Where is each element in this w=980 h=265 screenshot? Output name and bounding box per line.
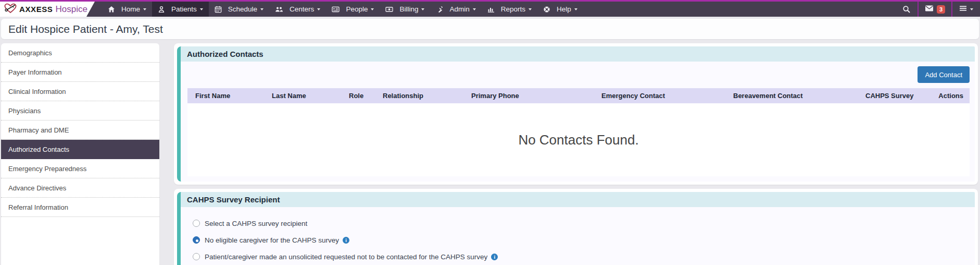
chevron-down-icon xyxy=(529,8,532,10)
section-title: CAHPS Survey Recipient xyxy=(187,195,280,204)
nav-item-patients[interactable]: Patients xyxy=(152,2,209,17)
nav-item-reports[interactable]: Reports xyxy=(482,2,537,17)
nav-item-schedule[interactable]: Schedule xyxy=(209,2,269,17)
radio-selected[interactable] xyxy=(193,236,200,244)
cahps-survey-card: CAHPS Survey Recipient Select a CAHPS su… xyxy=(174,189,978,265)
nav-item-home[interactable]: Home xyxy=(102,2,152,17)
wrench-icon xyxy=(436,6,446,13)
chevron-down-icon xyxy=(574,8,577,10)
radio-unselected[interactable] xyxy=(193,253,200,260)
chevron-down-icon xyxy=(260,8,263,10)
sidebar-item-label: Physicians xyxy=(8,107,41,115)
topbar-right-icons: 3 xyxy=(896,2,980,17)
cahps-option-patient-caregiver-made-an-unsolicited-re[interactable]: Patient/caregiver made an unsolicited re… xyxy=(193,248,970,265)
sidebar-item-label: Demographics xyxy=(8,49,52,57)
patient-chart-sidebar: DemographicsPayer InformationClinical In… xyxy=(1,43,159,265)
radio-option-label: No eligible caregiver for the CAHPS surv… xyxy=(205,236,339,244)
nav-item-admin[interactable]: Admin xyxy=(430,2,481,17)
messages-button[interactable]: 3 xyxy=(918,2,952,17)
column-header-primary-phone: Primary Phone xyxy=(463,92,594,100)
top-nav-bar: AXXESS Hospice HomePatientsScheduleCente… xyxy=(0,0,980,17)
list-menu-icon xyxy=(959,5,967,14)
sidebar-item-demographics[interactable]: Demographics xyxy=(1,43,159,63)
search-icon[interactable] xyxy=(896,2,918,17)
contacts-table-header: First NameLast NameRoleRelationshipPrima… xyxy=(187,88,970,103)
centers-icon xyxy=(275,6,286,13)
empty-table-message: No Contacts Found. xyxy=(518,132,638,148)
contacts-table-body: No Contacts Found. xyxy=(187,103,970,176)
brand-name-light: Hospice xyxy=(55,4,87,15)
calendar-icon xyxy=(215,6,225,13)
axxess-logo[interactable]: AXXESS Hospice xyxy=(0,2,97,17)
column-header-role: Role xyxy=(341,92,375,100)
authorized-contacts-header: Authorized Contacts xyxy=(181,46,975,62)
column-header-emergency-contact: Emergency Contact xyxy=(594,92,725,100)
home-icon xyxy=(108,6,118,13)
nav-item-label: Billing xyxy=(399,5,418,13)
authorized-contacts-card: Authorized Contacts Add Contact First Na… xyxy=(174,43,978,185)
nav-item-label: Centers xyxy=(290,5,314,13)
sidebar-item-physicians[interactable]: Physicians xyxy=(1,101,159,121)
patients-icon xyxy=(158,6,168,13)
chart-icon xyxy=(487,6,498,13)
nav-item-centers[interactable]: Centers xyxy=(269,2,326,17)
radio-option-label: Select a CAHPS survey recipient xyxy=(205,220,307,227)
billing-icon xyxy=(385,6,396,13)
nav-item-label: Admin xyxy=(449,5,469,13)
column-header-cahps-survey: CAHPS Survey xyxy=(858,92,918,100)
sidebar-item-clinical-information[interactable]: Clinical Information xyxy=(1,82,159,101)
chevron-down-icon xyxy=(143,8,146,10)
sidebar-item-pharmacy-and-dme[interactable]: Pharmacy and DME xyxy=(1,121,159,140)
sidebar-item-label: Payer Information xyxy=(8,68,62,76)
chevron-down-icon xyxy=(421,8,424,10)
sidebar-item-emergency-preparedness[interactable]: Emergency Preparedness xyxy=(1,159,159,178)
messages-count-badge: 3 xyxy=(937,5,945,14)
sidebar-item-payer-information[interactable]: Payer Information xyxy=(1,63,159,82)
page-title-bar: Edit Hospice Patient - Amy, Test xyxy=(1,19,979,39)
page-title: Edit Hospice Patient - Amy, Test xyxy=(8,23,163,35)
sidebar-item-referral-information[interactable]: Referral Information xyxy=(1,198,159,217)
chevron-down-icon xyxy=(473,8,476,10)
nav-item-billing[interactable]: Billing xyxy=(380,2,430,17)
cahps-option-select-a-cahps-survey-recipient[interactable]: Select a CAHPS survey recipient xyxy=(193,215,970,232)
cahps-option-no-eligible-caregiver-for-the-cahps-surv[interactable]: No eligible caregiver for the CAHPS surv… xyxy=(193,232,970,248)
sidebar-item-label: Emergency Preparedness xyxy=(8,165,86,173)
add-contact-button[interactable]: Add Contact xyxy=(918,66,970,83)
help-icon xyxy=(543,6,554,13)
sidebar-item-label: Advance Directives xyxy=(8,184,66,192)
sidebar-item-authorized-contacts[interactable]: Authorized Contacts xyxy=(1,140,159,159)
column-header-actions: Actions xyxy=(918,92,970,100)
nav-item-people[interactable]: People xyxy=(326,2,380,17)
nav-item-help[interactable]: Help xyxy=(537,2,583,17)
column-header-last-name: Last Name xyxy=(264,92,341,100)
sidebar-item-label: Clinical Information xyxy=(8,88,66,95)
cahps-survey-header: CAHPS Survey Recipient xyxy=(181,192,975,207)
idcard-icon xyxy=(332,6,343,13)
nav-item-label: Schedule xyxy=(228,5,257,13)
nav-item-label: Reports xyxy=(501,5,525,13)
info-icon[interactable]: i xyxy=(491,254,498,260)
heart-key-logo-icon xyxy=(4,3,17,16)
sidebar-item-label: Authorized Contacts xyxy=(8,146,69,153)
chevron-down-icon xyxy=(200,8,203,10)
envelope-icon xyxy=(925,5,934,14)
main-nav: HomePatientsScheduleCentersPeopleBilling… xyxy=(102,2,583,17)
sidebar-item-label: Pharmacy and DME xyxy=(8,126,69,134)
nav-item-label: People xyxy=(346,5,368,13)
column-header-relationship: Relationship xyxy=(375,92,463,100)
radio-option-label: Patient/caregiver made an unsolicited re… xyxy=(205,253,487,261)
menu-button[interactable] xyxy=(952,2,980,17)
chevron-down-icon xyxy=(317,8,320,10)
cahps-radio-group: Select a CAHPS survey recipientNo eligib… xyxy=(187,212,970,265)
info-icon[interactable]: i xyxy=(343,237,349,244)
nav-item-label: Patients xyxy=(171,5,197,13)
nav-item-label: Home xyxy=(121,5,140,13)
chevron-down-icon xyxy=(970,8,973,10)
main-content: Authorized Contacts Add Contact First Na… xyxy=(174,43,978,265)
nav-item-label: Help xyxy=(557,5,571,13)
column-header-first-name: First Name xyxy=(187,92,264,100)
sidebar-item-advance-directives[interactable]: Advance Directives xyxy=(1,178,159,198)
radio-unselected[interactable] xyxy=(193,220,200,227)
brand-name-bold: AXXESS xyxy=(19,5,53,14)
column-header-bereavement-contact: Bereavement Contact xyxy=(725,92,858,100)
